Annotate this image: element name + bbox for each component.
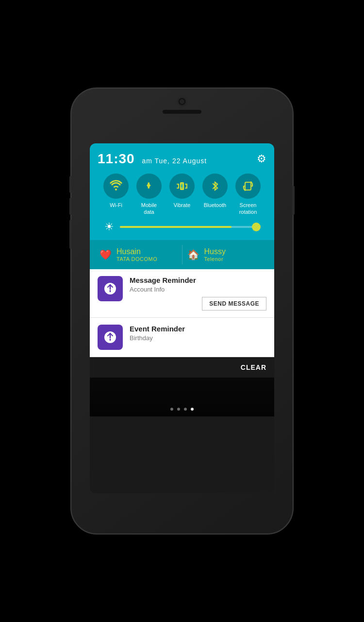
sim1-carrier: TATA DOCOMO [116, 256, 157, 262]
message-reminder-notification[interactable]: Message Reminder Account Info SEND MESSA… [90, 269, 274, 318]
vibrate-label: Vibrate [174, 202, 191, 208]
settings-button[interactable]: ⚙ [257, 153, 266, 165]
quick-settings-panel: 11:30 am Tue, 22 August ⚙ [90, 143, 274, 240]
sim1-icon: ❤️ [99, 249, 112, 260]
clear-row: CLEAR [90, 357, 274, 378]
wifi-toggle-circle [103, 173, 129, 199]
camera-button[interactable] [69, 220, 72, 249]
mobile-data-icon [143, 180, 155, 192]
notification-shade: 11:30 am Tue, 22 August ⚙ [90, 143, 274, 416]
mobile-data-toggle[interactable]: Mobiledata [132, 173, 165, 216]
screen-rotation-icon [242, 180, 254, 192]
wifi-toggle[interactable]: Wi-Fi [99, 173, 132, 208]
event-reminder-title: Event Reminder [130, 325, 266, 333]
brightness-icon: ☀ [104, 221, 114, 233]
mobile-data-toggle-circle [136, 173, 162, 199]
message-reminder-subtitle: Account Info [130, 286, 266, 293]
quick-toggles: Wi-Fi Mobiledata [98, 173, 266, 216]
event-reminder-notification[interactable]: Event Reminder Birthday [90, 318, 274, 357]
message-reminder-icon-wrap [98, 276, 123, 301]
sim1-item[interactable]: ❤️ Husain TATA DOCOMO [99, 247, 177, 262]
ampm-date: am Tue, 22 August [142, 157, 207, 165]
event-icon [103, 330, 117, 345]
reminder-icon [103, 281, 117, 296]
screen-rotation-toggle-circle [235, 173, 261, 199]
screen-rotation-toggle[interactable]: Screenrotation [232, 173, 265, 216]
sim1-name: Husain [116, 247, 157, 256]
message-reminder-title: Message Reminder [130, 276, 266, 284]
time-display: 11:30 am Tue, 22 August [98, 151, 207, 167]
sim2-item[interactable]: 🏠 Hussy Telenor [187, 247, 265, 262]
wifi-label: Wi-Fi [110, 202, 122, 208]
message-reminder-content: Message Reminder Account Info SEND MESSA… [130, 276, 266, 311]
bluetooth-icon [209, 180, 221, 192]
dot-4 [191, 408, 194, 411]
event-reminder-subtitle: Birthday [130, 334, 266, 342]
brightness-row: ☀ [98, 216, 266, 240]
dot-1 [170, 408, 173, 411]
brightness-slider[interactable] [120, 226, 260, 228]
message-action-row: SEND MESSAGE [130, 297, 266, 311]
brightness-fill [120, 226, 232, 228]
power-button[interactable] [292, 186, 295, 215]
camera [179, 98, 185, 105]
phone-screen: 11:30 am Tue, 22 August ⚙ [90, 143, 274, 493]
notifications-area: Message Reminder Account Info SEND MESSA… [90, 269, 274, 357]
volume-up-button[interactable] [69, 176, 72, 193]
wifi-icon [110, 180, 122, 192]
volume-down-button[interactable] [69, 198, 72, 215]
sim2-name: Hussy [204, 247, 226, 256]
page-dots [170, 408, 194, 411]
event-reminder-icon-wrap [98, 325, 123, 350]
dot-3 [184, 408, 187, 411]
home-screen [90, 378, 274, 416]
bluetooth-label: Bluetooth [204, 202, 226, 208]
vibrate-icon [176, 180, 188, 192]
sim-divider [182, 245, 182, 264]
mobile-data-label: Mobiledata [141, 202, 157, 216]
bluetooth-toggle-circle [202, 173, 228, 199]
send-message-button[interactable]: SEND MESSAGE [202, 297, 266, 311]
sim2-icon: 🏠 [187, 249, 199, 260]
clear-button[interactable]: CLEAR [241, 363, 266, 371]
speaker [163, 110, 201, 114]
vibrate-toggle-circle [169, 173, 195, 199]
sim2-carrier: Telenor [204, 256, 226, 262]
brightness-thumb[interactable] [252, 223, 261, 231]
screen-rotation-label: Screenrotation [239, 202, 257, 216]
phone-frame: 11:30 am Tue, 22 August ⚙ [70, 87, 294, 535]
dot-2 [177, 408, 180, 411]
svg-rect-2 [245, 182, 251, 190]
event-reminder-content: Event Reminder Birthday [130, 325, 266, 342]
vibrate-toggle[interactable]: Vibrate [165, 173, 199, 208]
dual-sim-row: ❤️ Husain TATA DOCOMO 🏠 Hussy Telenor [90, 240, 274, 269]
time-row: 11:30 am Tue, 22 August ⚙ [98, 151, 266, 167]
bluetooth-toggle[interactable]: Bluetooth [199, 173, 232, 208]
